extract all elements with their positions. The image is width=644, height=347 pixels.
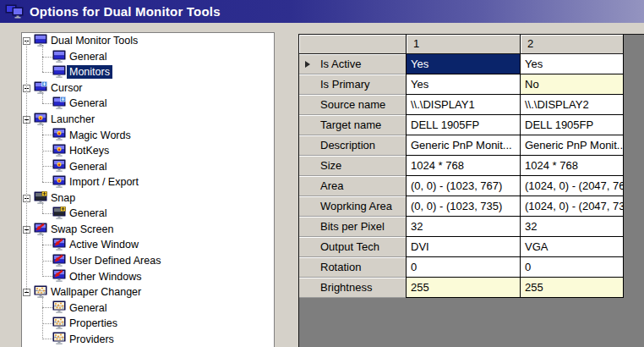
tree-item-label: Wallpaper Changer xyxy=(48,285,144,299)
grid-row-description: DescriptionGeneric PnP Monit...Generic P… xyxy=(299,135,624,156)
tree-item-label: Monitors xyxy=(67,65,112,79)
tree-item-swap-screen[interactable]: Swap Screen xyxy=(22,222,274,238)
monitor-wallpaper-icon xyxy=(52,317,66,330)
tree-item-label: Dual Monitor Tools xyxy=(48,34,140,47)
grid-row-header[interactable]: Source name xyxy=(299,95,407,115)
monitor-swap-icon xyxy=(34,223,47,236)
grid-cell[interactable]: DELL 1905FP xyxy=(407,115,521,135)
grid-cell[interactable]: 1024 * 768 xyxy=(521,156,624,176)
grid-row-header[interactable]: Woprking Area xyxy=(299,196,407,217)
grid-cell[interactable]: Generic PnP Monit... xyxy=(521,135,624,156)
properties-grid[interactable]: 12Is ActiveYesYesIs PrimaryYesNoSource n… xyxy=(298,34,644,347)
tree-item-label: Import / Export xyxy=(67,175,141,189)
grid-row-bits-per-pixel: Bits per Pixel3232 xyxy=(299,217,624,237)
grid-cell[interactable]: VGA xyxy=(521,237,624,257)
grid-row-header[interactable]: Size xyxy=(299,156,407,176)
grid-row-header[interactable]: Bits per Pixel xyxy=(299,217,407,237)
grid-row-header[interactable]: Brightness xyxy=(299,278,407,298)
tree-item-general[interactable]: General xyxy=(22,300,274,316)
tree-item-monitors[interactable]: Monitors xyxy=(22,64,274,80)
tree-connector-line xyxy=(42,92,44,104)
column-header-1[interactable]: 1 xyxy=(407,35,521,54)
grid-cell[interactable]: \\.\DISPLAY1 xyxy=(407,95,521,115)
grid-row-output-tech: Output TechDVIVGA xyxy=(299,237,624,257)
grid-row-header[interactable]: Rotation xyxy=(299,257,407,278)
grid-row-header[interactable]: Output Tech xyxy=(299,237,407,257)
grid-cell[interactable]: DVI xyxy=(407,237,521,257)
grid-row-header[interactable]: Area xyxy=(299,176,407,196)
tree-item-general[interactable]: General xyxy=(22,158,274,174)
monitor-cursor-icon xyxy=(52,96,66,110)
column-header-2[interactable]: 2 xyxy=(521,35,624,54)
grid-cell[interactable]: Yes xyxy=(407,74,521,95)
tree-item-general[interactable]: General xyxy=(22,96,274,112)
grid-cell[interactable]: Yes xyxy=(407,54,521,74)
monitor-wallpaper-icon xyxy=(52,332,66,345)
tree-connector-line xyxy=(42,296,44,339)
grid-cell[interactable]: 255 xyxy=(521,278,624,298)
grid-row-header[interactable]: Target name xyxy=(299,115,407,135)
grid-cell[interactable]: (0, 0) - (1023, 735) xyxy=(407,196,521,217)
tree-item-label: General xyxy=(67,160,109,174)
grid-cell[interactable]: (1024, 0) - (2047, 73... xyxy=(521,196,624,217)
monitor-icon xyxy=(52,65,66,79)
tree-item-label: General xyxy=(67,50,109,63)
grid-cell[interactable]: 0 xyxy=(521,257,624,278)
grid-row-size: Size1024 * 7681024 * 768 xyxy=(299,156,624,176)
grid-cell[interactable]: DELL 1905FP xyxy=(521,115,624,135)
tree-item-label: HotKeys xyxy=(67,144,112,157)
tree-item-wallpaper-changer[interactable]: Wallpaper Changer xyxy=(22,284,274,300)
grid-cell[interactable]: 32 xyxy=(407,217,521,237)
tree-item-label: User Defined Areas xyxy=(67,254,163,267)
grid-row-header[interactable]: Is Active xyxy=(299,54,407,74)
tree-connector-line xyxy=(42,45,44,72)
monitor-wallpaper-icon xyxy=(52,300,66,314)
grid-cell[interactable]: 255 xyxy=(407,278,521,298)
grid-row-source-name: Source name\\.\DISPLAY1\\.\DISPLAY2 xyxy=(299,95,624,115)
grid-row-header[interactable]: Is Primary xyxy=(299,74,407,95)
grid-corner-header[interactable] xyxy=(299,35,407,54)
tree-item-hotkeys[interactable]: HotKeys xyxy=(22,143,274,159)
tree-item-label: Active Window xyxy=(67,238,141,251)
tree-connector-line xyxy=(42,124,44,182)
camera-snap-icon xyxy=(52,207,66,220)
grid-cell[interactable]: Generic PnP Monit... xyxy=(407,135,521,156)
grid-row-header[interactable]: Description xyxy=(299,135,407,156)
monitor-launcher-icon xyxy=(52,128,66,141)
titlebar: Options for Dual Monitor Tools xyxy=(0,0,644,23)
tree-item-general[interactable]: General xyxy=(22,49,274,65)
tree-item-other-windows[interactable]: Other Windows xyxy=(22,268,274,284)
tree-connector-line xyxy=(42,234,44,277)
grid-cell[interactable]: (0, 0) - (1023, 767) xyxy=(407,176,521,196)
tree-item-snap[interactable]: Snap xyxy=(22,190,274,207)
grid-cell[interactable]: No xyxy=(521,74,624,95)
monitor-launcher-icon xyxy=(52,159,66,173)
tree-item-user-defined-areas[interactable]: User Defined Areas xyxy=(22,253,274,269)
tree-item-launcher[interactable]: Launcher xyxy=(22,112,274,128)
grid-cell[interactable]: Yes xyxy=(521,54,624,74)
grid-cell[interactable]: 0 xyxy=(407,257,521,278)
monitor-swap-icon xyxy=(52,238,66,251)
tree-item-dual-monitor-tools[interactable]: Dual Monitor Tools xyxy=(22,33,274,49)
tree-item-label: General xyxy=(67,96,109,110)
dual-monitor-icon xyxy=(5,4,24,19)
tree-item-general[interactable]: General xyxy=(22,206,274,222)
grid-row-brightness: Brightness255255 xyxy=(299,278,624,298)
grid-cell[interactable]: (1024, 0) - (2047, 76... xyxy=(521,176,624,196)
grid-row-target-name: Target nameDELL 1905FPDELL 1905FP xyxy=(299,115,624,135)
tree-item-cursor[interactable]: Cursor xyxy=(22,80,274,96)
tree-item-magic-words[interactable]: Magic Words xyxy=(22,127,274,143)
tree-item-import-export[interactable]: Import / Export xyxy=(22,174,274,190)
tree-item-active-window[interactable]: Active Window xyxy=(22,237,274,253)
grid-cell[interactable]: 1024 * 768 xyxy=(407,156,521,176)
monitor-swap-icon xyxy=(52,269,66,283)
window-title: Options for Dual Monitor Tools xyxy=(30,4,221,19)
tree-item-providers[interactable]: Providers xyxy=(22,331,274,347)
grid-cell[interactable]: 32 xyxy=(521,217,624,237)
grid-row-woprking-area: Woprking Area(0, 0) - (1023, 735)(1024, … xyxy=(299,196,624,217)
monitor-icon xyxy=(52,50,66,63)
tree-item-label: Cursor xyxy=(48,81,85,95)
tree-item-properties[interactable]: Properties xyxy=(22,316,274,332)
options-tree[interactable]: Dual Monitor ToolsGeneralMonitorsCursorG… xyxy=(21,32,275,347)
grid-cell[interactable]: \\.\DISPLAY2 xyxy=(521,95,624,115)
